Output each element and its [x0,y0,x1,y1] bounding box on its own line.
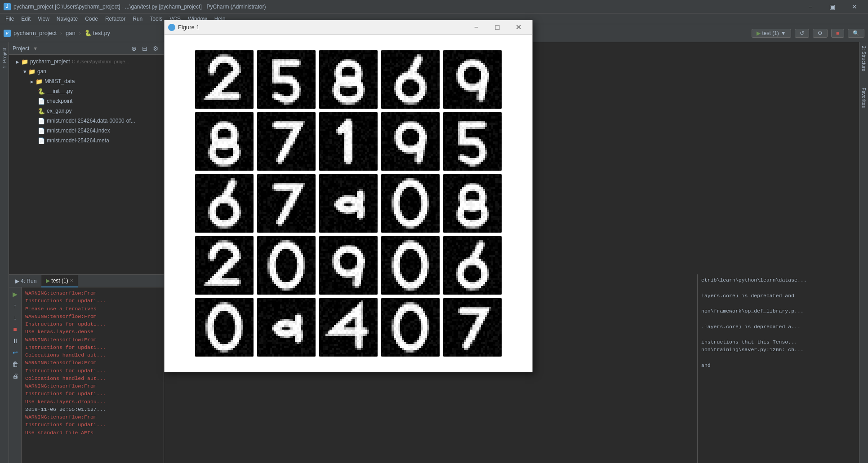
search-button[interactable]: 🔍 [848,29,864,38]
console-line-18: Use standard file APIs [25,429,160,437]
tree-checkpoint[interactable]: 📄 checkpoint [9,96,164,106]
bottom-panel: ▶ 4: Run ▶ test (1) × ▶ ↑ ↓ ■ ⏸ ↩ 🗑 [9,274,164,463]
console-right-output: ctrib\learn\python\learn\datase... layer… [697,274,850,463]
grid-cell-4-0 [195,298,254,357]
run-panel-content: ▶ ↑ ↓ ■ ⏸ ↩ 🗑 🖨 WARNING:tensorflow:From … [9,287,164,463]
settings-panel-button[interactable]: ⚙ [151,44,160,53]
project-tab[interactable]: 1: Project [1,44,8,72]
gan-label: gan [37,68,46,75]
figure-title-area: Figure 1 [168,24,466,31]
right-sidebar: 2: Structure Favorites [859,42,868,463]
mnist-expand-icon: ▸ [31,78,34,85]
grid-cell-4-3 [381,298,440,357]
ex-gan-label: ex_gan.py [47,108,71,114]
print-button[interactable]: 🖨 [10,371,20,381]
grid-cell-0-4 [443,50,502,109]
tree-model-index[interactable]: 📄 mnist.model-254264.index [9,126,164,136]
menu-file[interactable]: File [2,15,18,23]
scroll-up-button[interactable]: ↑ [10,301,20,311]
settings-button[interactable]: ⚙ [813,29,828,38]
console-line-1: Instructions for updati... [25,297,160,304]
tab-run-config[interactable]: ▶ test (1) × [41,275,78,287]
bottom-panel-tabs: ▶ 4: Run ▶ test (1) × [9,275,164,287]
grid-cell-1-1 [257,112,316,171]
wrap-button[interactable]: ↩ [10,348,20,357]
grid-cell-2-4 [443,174,502,233]
menu-navigate[interactable]: Navigate [53,15,81,23]
menu-edit[interactable]: Edit [18,15,34,23]
tree-model-data[interactable]: 📄 mnist.model-254264.data-00000-of... [9,116,164,126]
right-console-line-0: ctrib\learn\python\learn\datase... [701,276,846,284]
stop-button[interactable]: ■ [831,29,844,38]
tree-root[interactable]: ▸ 📁 pycharm_project C:\Users\pycharm_pro… [9,57,164,66]
menu-view[interactable]: View [34,15,53,23]
right-console-line-3 [701,300,846,307]
figure-window-controls: − □ ✕ [466,21,529,34]
console-line-5: Use keras.layers.dense [25,328,160,335]
menu-run[interactable]: Run [129,15,146,23]
console-line-11: Colocations handled aut... [25,375,160,382]
app-icon: J [4,3,11,10]
pause-button[interactable]: ⏸ [10,336,20,346]
figure-content [165,35,532,372]
rerun-button[interactable]: ↺ [795,29,809,38]
console-line-4: Instructions for updati... [25,320,160,328]
grid-cell-0-1 [257,50,316,109]
breadcrumb-file[interactable]: test.py [93,30,110,36]
structure-tab[interactable]: 2: Structure [860,42,868,75]
console-line-16: WARNING:tensorflow:From [25,413,160,421]
project-icon: P [4,30,11,37]
tree-init[interactable]: 🐍 __init__.py [9,86,164,96]
menu-code[interactable]: Code [81,15,102,23]
figure-minimize-button[interactable]: − [466,21,486,34]
run-config-button[interactable]: ▶ test (1) ▼ [752,29,791,38]
menu-refactor[interactable]: Refactor [102,15,129,23]
close-button[interactable]: ✕ [844,0,864,13]
grid-cell-1-0 [195,112,254,171]
grid-cell-2-2 [319,174,378,233]
locate-button[interactable]: ⊕ [129,44,138,53]
right-console-line-5 [701,315,846,322]
gan-folder-icon: 📁 [28,68,36,75]
grid-cell-3-3 [381,236,440,295]
scroll-down-button[interactable]: ↓ [10,313,20,322]
grid-cell-3-1 [257,236,316,295]
right-console-line-8: instructions that this Tenso... [701,338,846,346]
tab-close-button[interactable]: × [70,278,73,284]
collapse-button[interactable]: ⊟ [140,44,149,53]
maximize-button[interactable]: ▣ [822,0,842,13]
title-text: pycharm_project [C:\Users\pycharm_projec… [13,4,800,10]
init-label: __init__.py [47,88,73,94]
tree-ex-gan[interactable]: 🐍 ex_gan.py [9,106,164,116]
expand-icon: ▸ [16,58,19,65]
right-console-line-11: and [701,362,846,369]
figure-maximize-button[interactable]: □ [487,21,507,34]
file-py-icon: 🐍 [85,30,92,36]
toolbar-right: ▶ test (1) ▼ ↺ ⚙ ■ 🔍 [752,29,864,38]
grid-cell-3-0 [195,236,254,295]
breadcrumb-project[interactable]: pycharm_project [13,30,57,36]
tree-model-meta[interactable]: 📄 mnist.model-254264.meta [9,136,164,146]
title-bar: J pycharm_project [C:\Users\pycharm_proj… [0,0,868,13]
console-line-17: Instructions for updati... [25,421,160,428]
breadcrumb-gan[interactable]: gan [66,30,76,36]
model-meta-label: mnist.model-254264.meta [47,137,109,144]
favorites-tab[interactable]: Favorites [860,84,868,111]
figure-close-button[interactable]: ✕ [508,21,529,34]
grid-cell-4-4 [443,298,502,357]
clear-button[interactable]: 🗑 [10,359,20,369]
menu-tools[interactable]: Tools [146,15,166,23]
minimize-button[interactable]: − [800,0,820,13]
folder-icon: 📁 [21,58,28,65]
console-line-12: WARNING:tensorflow:From [25,382,160,390]
mnist-folder-icon: 📁 [36,78,43,85]
run-again-button[interactable]: ▶ [10,289,20,299]
tab-run-config-icon: ▶ [46,278,50,284]
grid-cell-1-3 [381,112,440,171]
stop-run-button[interactable]: ■ [10,324,20,334]
tab-4run[interactable]: ▶ 4: Run [11,275,41,287]
model-data-label: mnist.model-254264.data-00000-of... [47,118,135,124]
tree-gan[interactable]: ▾ 📁 gan [9,66,164,76]
tree-mnist-data[interactable]: ▸ 📁 MNIST_data [9,76,164,86]
grid-cell-0-0 [195,50,254,109]
